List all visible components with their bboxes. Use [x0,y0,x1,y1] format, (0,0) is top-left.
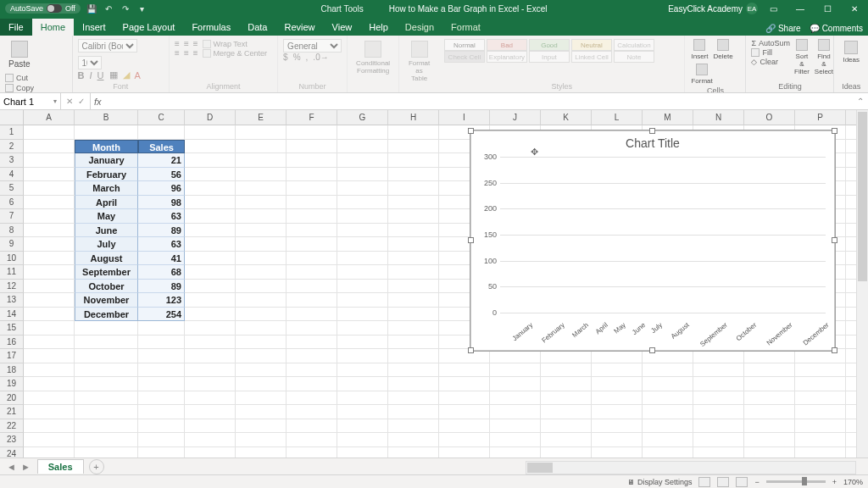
font-size-select[interactable]: 10 [78,56,102,69]
cell[interactable] [490,377,541,391]
qat-customize-icon[interactable]: ▾ [136,3,148,14]
cell[interactable] [236,336,287,350]
zoom-out-button[interactable]: − [754,478,759,486]
cell[interactable] [24,308,75,322]
column-header[interactable]: F [287,110,337,125]
cell[interactable] [795,363,846,378]
cell[interactable] [744,405,795,419]
cell[interactable] [388,433,439,447]
cell[interactable] [185,363,236,378]
cell[interactable] [185,153,236,168]
cell[interactable] [388,419,439,434]
cell[interactable] [490,419,541,434]
cell[interactable] [388,349,439,363]
cell[interactable] [75,321,138,336]
cell[interactable] [592,433,643,447]
ribbon-display-options-icon[interactable]: ▭ [761,0,785,17]
cell[interactable] [138,125,185,140]
cut-button[interactable]: Cut [5,74,67,82]
cell[interactable] [337,321,388,336]
cell[interactable] [337,377,388,391]
cell[interactable] [388,336,439,350]
tab-page-layout[interactable]: Page Layout [114,19,184,36]
cell[interactable] [236,419,287,434]
row-header[interactable]: 12 [0,280,24,294]
cell[interactable] [185,419,236,434]
find-select-button[interactable]: Find & Select [814,39,834,75]
row-header[interactable]: 3 [0,153,24,168]
format-cells-button[interactable]: Format [690,64,713,85]
cell[interactable] [236,377,287,391]
cell[interactable] [287,265,337,280]
tab-formulas[interactable]: Formulas [183,19,239,36]
row-header[interactable]: 15 [0,321,24,336]
cell[interactable] [24,168,75,182]
row-header[interactable]: 14 [0,308,24,322]
cell[interactable]: 68 [138,265,185,280]
undo-icon[interactable]: ↶ [103,3,114,14]
cell[interactable] [744,433,795,447]
enter-formula-icon[interactable]: ✓ [78,97,85,106]
cell[interactable] [744,419,795,434]
cell[interactable]: Sales [138,140,185,154]
resize-handle[interactable] [468,237,474,243]
row-header[interactable]: 13 [0,293,24,308]
chart-title[interactable]: Chart Title [471,131,834,152]
cell[interactable] [388,252,439,266]
column-header[interactable]: I [439,110,490,125]
sheet-nav-next-icon[interactable]: ► [21,462,31,472]
cell[interactable] [185,321,236,336]
cell[interactable] [592,363,643,378]
zoom-level[interactable]: 170% [843,478,863,486]
underline-button[interactable]: U [97,70,104,80]
cell[interactable] [287,336,337,350]
merge-center-button[interactable]: Merge & Center [203,49,268,58]
comments-button[interactable]: 💬 Comments [810,24,863,33]
cell[interactable] [439,419,490,434]
cell[interactable] [287,419,337,434]
cell[interactable] [388,181,439,196]
column-header[interactable]: A [24,110,75,125]
cell[interactable] [337,140,388,154]
align-bottom-icon[interactable]: ≡ [193,39,198,48]
add-sheet-button[interactable]: + [89,459,104,474]
cell[interactable] [75,349,138,363]
cell[interactable] [236,125,287,140]
cell[interactable] [287,252,337,266]
cell[interactable] [185,377,236,391]
cell[interactable] [185,209,236,224]
comma-icon[interactable]: , [306,53,309,62]
style-input[interactable]: Input [529,51,570,63]
scroll-thumb[interactable] [527,463,553,473]
cell[interactable] [287,293,337,308]
cell[interactable] [744,391,795,406]
scroll-thumb[interactable] [858,112,867,281]
cell[interactable] [541,405,592,419]
display-settings-button[interactable]: 🖥 Display Settings [627,478,692,486]
row-header[interactable]: 10 [0,252,24,266]
font-color-button[interactable]: A [135,70,141,80]
cell[interactable] [24,293,75,308]
sheet-nav-prev-icon[interactable]: ◄ [7,462,16,472]
column-header[interactable]: L [592,110,643,125]
cell[interactable] [138,419,185,434]
cell[interactable] [287,308,337,322]
cell[interactable] [388,224,439,238]
cell[interactable] [337,209,388,224]
cell[interactable] [795,433,846,447]
column-header[interactable]: N [693,110,744,125]
cell[interactable] [643,391,693,406]
cell[interactable] [287,196,337,210]
cell[interactable]: February [75,168,138,182]
cell[interactable] [236,349,287,363]
cell[interactable] [75,419,138,434]
row-header[interactable]: 6 [0,196,24,210]
name-box[interactable]: Chart 1 [0,93,61,109]
row-header[interactable]: 20 [0,391,24,406]
cell[interactable] [643,363,693,378]
cell[interactable] [388,363,439,378]
cell[interactable] [24,153,75,168]
cell[interactable] [236,237,287,252]
account-avatar[interactable]: EA [746,3,758,14]
autosum-button[interactable]: ΣAutoSum [751,39,790,47]
